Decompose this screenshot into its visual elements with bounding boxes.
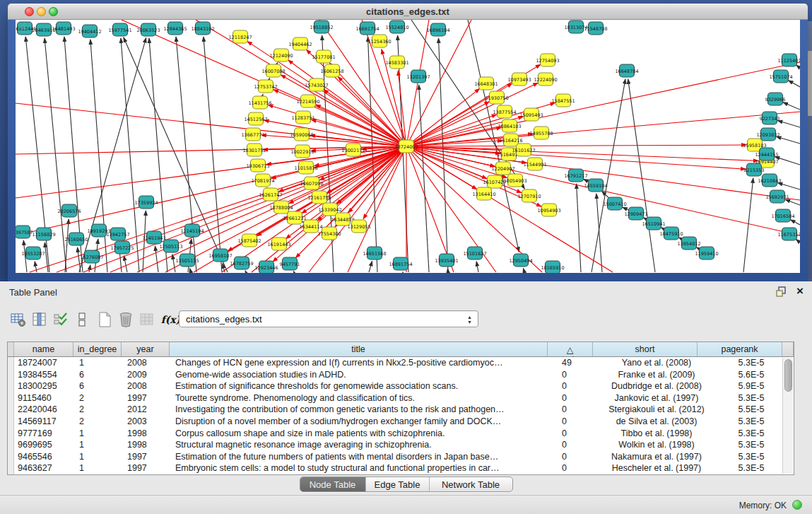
graph-edge[interactable] xyxy=(476,262,478,272)
float-panel-icon[interactable] xyxy=(776,286,787,297)
table-row[interactable]: 2242004622012Investigating the contribut… xyxy=(8,404,794,416)
column-header-short[interactable]: short xyxy=(593,342,698,356)
graph-node[interactable]: 9457791 xyxy=(280,257,300,270)
graph-node[interactable]: 11544901 xyxy=(523,158,546,170)
column-header-name[interactable]: name xyxy=(14,342,73,356)
graph-node[interactable]: 12224090 xyxy=(534,73,557,86)
graph-edge[interactable] xyxy=(90,40,107,272)
graph-node[interactable]: 15101627 xyxy=(463,247,486,259)
graph-edge[interactable] xyxy=(796,239,800,243)
graph-edge[interactable] xyxy=(406,88,480,146)
table-row[interactable]: 1872400712008Changes of HCN gene express… xyxy=(8,357,794,369)
graph-node[interactable]: 15177081 xyxy=(312,50,335,63)
graph-node[interactable]: 16782759 xyxy=(230,257,253,269)
tab-network-table[interactable]: Network Table xyxy=(430,477,512,491)
graph-edge[interactable] xyxy=(329,63,406,146)
graph-node[interactable]: 15007410 xyxy=(603,197,626,210)
graph-node[interactable]: 12124090 xyxy=(269,49,293,62)
column-header-pagerank[interactable]: pagerank xyxy=(698,342,782,356)
graph-node[interactable]: 15524810 xyxy=(385,21,408,33)
graph-edge[interactable] xyxy=(785,199,800,205)
graph-node[interactable]: 25160650 xyxy=(64,233,88,245)
resize-grip-icon[interactable] xyxy=(16,20,26,30)
graph-edge[interactable] xyxy=(189,269,191,272)
show-columns-icon[interactable] xyxy=(30,310,49,329)
graph-node[interactable]: 16261747 xyxy=(259,188,282,201)
delete-rows-icon[interactable] xyxy=(116,310,135,329)
graph-edge[interactable] xyxy=(245,271,246,272)
graph-edge[interactable] xyxy=(143,211,146,272)
graph-node[interactable]: 14651568 xyxy=(363,247,386,259)
graph-node[interactable]: 13935401 xyxy=(435,254,458,267)
graph-edge[interactable] xyxy=(293,271,294,272)
table-settings-icon[interactable] xyxy=(8,310,28,329)
graph-node[interactable]: 10022916 xyxy=(290,145,314,158)
graph-edge[interactable] xyxy=(777,120,800,127)
graph-edge[interactable] xyxy=(596,194,602,272)
column-header-out_degree[interactable]: △ out_de… xyxy=(548,342,593,356)
graph-node[interactable]: 18843102 xyxy=(191,22,214,35)
graph-edge[interactable] xyxy=(523,269,524,272)
graph-node[interactable]: 16648784 xyxy=(615,64,638,77)
graph-edge[interactable] xyxy=(788,81,800,87)
graph-node[interactable]: 19518852 xyxy=(310,21,333,33)
graph-node[interactable]: 14583301 xyxy=(385,56,408,69)
table-row[interactable]: 977716911998Corpus callosum shape and si… xyxy=(8,428,794,440)
graph-node[interactable]: 16210643 xyxy=(758,174,781,187)
tab-node-table[interactable]: Node Table xyxy=(300,477,366,491)
graph-edge[interactable] xyxy=(628,79,655,272)
graph-node[interactable]: 14512567 xyxy=(244,112,267,125)
graph-node[interactable]: 12707910 xyxy=(517,189,541,202)
graph-edge[interactable] xyxy=(406,145,746,146)
column-header-in_degree[interactable]: in_degree xyxy=(73,342,122,356)
graph-node[interactable]: 8215353 xyxy=(744,163,765,176)
graph-node[interactable]: 11156829 xyxy=(32,228,55,240)
graph-node[interactable]: 12754093 xyxy=(536,54,559,66)
graph-node[interactable]: 9397587 xyxy=(16,226,33,238)
graph-node[interactable]: 19404462 xyxy=(288,37,312,50)
graph-edge[interactable] xyxy=(155,246,158,272)
graph-edge[interactable] xyxy=(406,146,507,177)
graph-node[interactable]: 13164410 xyxy=(472,187,495,200)
table-scrollbar[interactable] xyxy=(782,358,793,474)
graph-node[interactable]: 10165910 xyxy=(541,261,564,273)
graph-node[interactable]: 15847551 xyxy=(551,94,575,107)
graph-node[interactable]: 16691754 xyxy=(355,22,379,35)
graph-edge[interactable] xyxy=(777,182,800,189)
graph-edge[interactable] xyxy=(172,255,175,272)
graph-edge[interactable] xyxy=(369,262,372,272)
graph-node[interactable]: 9227343 xyxy=(760,112,780,124)
graph-node[interactable]: 12844365 xyxy=(163,22,187,35)
graph-node[interactable]: 15977541 xyxy=(108,23,131,36)
graph-edge[interactable] xyxy=(406,146,477,189)
graph-node[interactable]: 18301752 xyxy=(242,144,266,156)
graph-node[interactable]: 16648301 xyxy=(474,77,498,90)
graph-edge[interactable] xyxy=(406,62,800,146)
graph-node[interactable]: 13877554 xyxy=(493,105,516,118)
graph-node[interactable]: 12214590 xyxy=(296,95,319,107)
table-row[interactable]: 946362711997Embryonic stem cells: a mode… xyxy=(8,462,794,474)
graph-node[interactable]: 16896104 xyxy=(426,23,449,36)
graph-node[interactable]: 14607098 xyxy=(300,177,323,189)
table-scrollbar-thumb[interactable] xyxy=(784,359,792,392)
graph-node[interactable]: 16891754 xyxy=(389,257,412,270)
graph-node[interactable]: 17359924 xyxy=(134,196,158,209)
graph-edge[interactable] xyxy=(45,243,48,272)
table-row[interactable]: 1830029562008Estimation of significance … xyxy=(8,380,794,392)
tab-edge-table[interactable]: Edge Table xyxy=(366,477,430,491)
table-selector-dropdown[interactable]: citations_edges.txt ▲▼ xyxy=(179,310,478,327)
graph-node[interactable]: 16191443 xyxy=(267,238,290,250)
graph-node[interactable]: 19306713 xyxy=(246,159,269,172)
graph-node[interactable]: 12950454 xyxy=(509,254,532,267)
table-row[interactable]: 969969511998Structural magnetic resonanc… xyxy=(8,439,794,451)
graph-node[interactable]: 20063523 xyxy=(136,23,160,36)
graph-node[interactable]: 19404412 xyxy=(78,25,101,37)
graph-node[interactable]: 13201397 xyxy=(406,70,430,83)
graph-edge[interactable] xyxy=(124,256,127,272)
graph-edge[interactable] xyxy=(783,103,800,110)
graph-node[interactable]: 11431756 xyxy=(248,96,271,109)
graph-node[interactable]: 11254360 xyxy=(367,35,391,47)
graph-edge[interactable] xyxy=(447,269,448,272)
network-canvas[interactable]: 1872400712124090160070881275374711431756… xyxy=(16,20,800,273)
close-panel-icon[interactable]: × xyxy=(796,284,804,298)
